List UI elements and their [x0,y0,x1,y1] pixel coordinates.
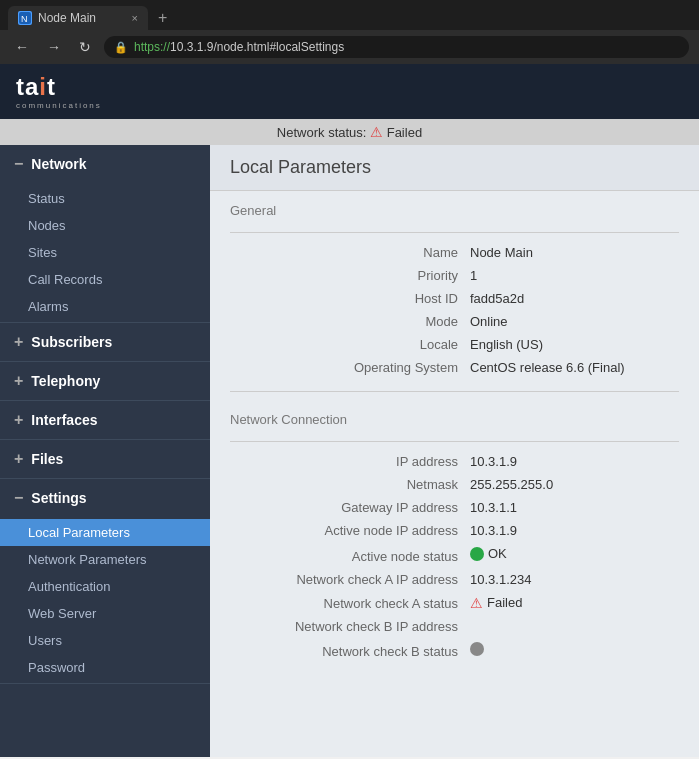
sidebar-section-interfaces: +Interfaces [0,401,210,440]
param-value: 255.255.255.0 [470,477,553,492]
sidebar-item-local-parameters[interactable]: Local Parameters [0,519,210,546]
table-row: Gateway IP address10.3.1.1 [230,496,679,519]
table-row: ModeOnline [230,310,679,333]
sidebar-item-alarms[interactable]: Alarms [0,293,210,320]
param-label: Active node IP address [230,523,470,538]
content-header: Local Parameters [210,145,699,191]
sidebar-section-header-subscribers[interactable]: +Subscribers [0,323,210,361]
app-header: tait communications [0,64,699,119]
sidebar-item-call-records[interactable]: Call Records [0,266,210,293]
sidebar-section-subscribers: +Subscribers [0,323,210,362]
status-bar: Network status: ⚠ Failed [0,119,699,145]
logo-sub: communications [16,101,102,110]
table-row: Host IDfadd5a2d [230,287,679,310]
sidebar-section-telephony: +Telephony [0,362,210,401]
table-row: IP address10.3.1.9 [230,450,679,473]
param-label: Locale [230,337,470,352]
param-label: Network check B IP address [230,619,470,634]
tab-bar: N Node Main × + [0,0,699,30]
param-value: fadd5a2d [470,291,524,306]
tab-favicon: N [18,11,32,25]
param-value: 10.3.1.234 [470,572,531,587]
sidebar-item-sites[interactable]: Sites [0,239,210,266]
param-label: Netmask [230,477,470,492]
browser-chrome: N Node Main × + ← → ↻ 🔒 https://10.3.1.9… [0,0,699,64]
sidebar-item-status[interactable]: Status [0,185,210,212]
param-label: IP address [230,454,470,469]
param-label: Active node status [230,549,470,564]
param-value: English (US) [470,337,543,352]
address-bar[interactable]: 🔒 https://10.3.1.9/node.html#localSettin… [104,36,689,58]
param-value: Online [470,314,508,329]
address-text: https://10.3.1.9/node.html#localSettings [134,40,344,54]
divider-3 [230,441,679,442]
sidebar-section-files: +Files [0,440,210,479]
table-row: Priority1 [230,264,679,287]
sidebar-section-label-settings: Settings [31,490,86,506]
divider-2 [230,391,679,392]
browser-tab[interactable]: N Node Main × [8,6,148,30]
sidebar-section-settings: −SettingsLocal ParametersNetwork Paramet… [0,479,210,684]
param-value-gray [470,642,484,656]
sidebar-item-users[interactable]: Users [0,627,210,654]
param-value: 10.3.1.9 [470,454,517,469]
status-error-icon: ⚠ [370,124,383,140]
sidebar-items-network: StatusNodesSitesCall RecordsAlarms [0,183,210,322]
status-bar-value: Failed [387,125,422,140]
logo: tait communications [16,73,102,110]
main-layout: −NetworkStatusNodesSitesCall RecordsAlar… [0,145,699,757]
param-label: Host ID [230,291,470,306]
svg-text:N: N [21,14,28,24]
table-row: Netmask255.255.255.0 [230,473,679,496]
param-label: Gateway IP address [230,500,470,515]
toggle-icon-subscribers: + [14,333,23,351]
sidebar-section-header-interfaces[interactable]: +Interfaces [0,401,210,439]
param-value-fail: ⚠Failed [470,595,522,611]
sidebar-section-header-settings[interactable]: −Settings [0,479,210,517]
param-value: 10.3.1.9 [470,523,517,538]
close-tab-button[interactable]: × [132,12,138,24]
sidebar-item-web-server[interactable]: Web Server [0,600,210,627]
sidebar-item-nodes[interactable]: Nodes [0,212,210,239]
table-row: Network check A IP address10.3.1.234 [230,568,679,591]
divider-1 [230,232,679,233]
table-row: Network check B IP address [230,615,679,638]
param-value: 1 [470,268,477,283]
param-label: Network check A status [230,596,470,611]
fail-icon: ⚠ [470,595,483,611]
param-value: Node Main [470,245,533,260]
general-params: NameNode MainPriority1Host IDfadd5a2dMod… [210,241,699,379]
sidebar-items-settings: Local ParametersNetwork ParametersAuthen… [0,517,210,683]
sidebar: −NetworkStatusNodesSitesCall RecordsAlar… [0,145,210,757]
sidebar-section-label-files: Files [31,451,63,467]
sidebar-item-password[interactable]: Password [0,654,210,681]
toggle-icon-interfaces: + [14,411,23,429]
lock-icon: 🔒 [114,41,128,54]
new-tab-button[interactable]: + [152,7,173,29]
back-button[interactable]: ← [10,37,34,57]
table-row: Operating SystemCentOS release 6.6 (Fina… [230,356,679,379]
param-label: Operating System [230,360,470,375]
param-label: Network check B status [230,644,470,659]
status-bar-label: Network status: [277,125,367,140]
table-row: Active node IP address10.3.1.9 [230,519,679,542]
sidebar-section-header-files[interactable]: +Files [0,440,210,478]
sidebar-section-header-network[interactable]: −Network [0,145,210,183]
param-label: Network check A IP address [230,572,470,587]
reload-button[interactable]: ↻ [74,37,96,57]
sidebar-section-label-network: Network [31,156,86,172]
toggle-icon-files: + [14,450,23,468]
sidebar-section-network: −NetworkStatusNodesSitesCall RecordsAlar… [0,145,210,323]
sidebar-item-authentication[interactable]: Authentication [0,573,210,600]
sidebar-item-network-parameters[interactable]: Network Parameters [0,546,210,573]
param-value: CentOS release 6.6 (Final) [470,360,625,375]
sidebar-section-label-subscribers: Subscribers [31,334,112,350]
forward-button[interactable]: → [42,37,66,57]
toggle-icon-telephony: + [14,372,23,390]
network-connection-label: Network Connection [210,400,699,433]
sidebar-section-label-telephony: Telephony [31,373,100,389]
sidebar-section-label-interfaces: Interfaces [31,412,97,428]
table-row: Active node statusOK [230,542,679,568]
sidebar-section-header-telephony[interactable]: +Telephony [0,362,210,400]
table-row: Network check B status [230,638,679,663]
